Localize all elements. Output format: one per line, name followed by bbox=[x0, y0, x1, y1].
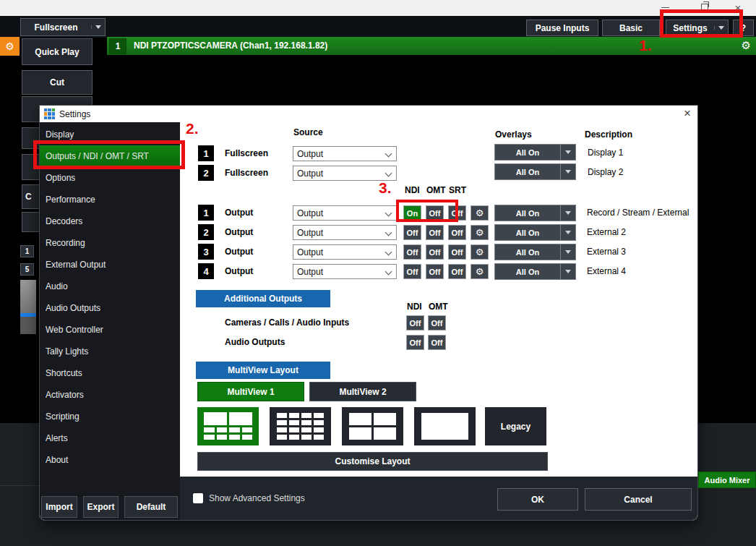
layout-preview-single[interactable] bbox=[414, 407, 476, 445]
settings-button[interactable]: Settings bbox=[666, 20, 729, 36]
restore-icon[interactable] bbox=[694, 0, 716, 14]
overlay-1-button[interactable]: 1 bbox=[20, 245, 34, 257]
additional-omt-header: OMT bbox=[429, 302, 448, 312]
audio-outputs-omt-toggle[interactable]: Off bbox=[428, 335, 446, 350]
nav-item-scripting[interactable]: Scripting bbox=[40, 406, 180, 427]
output-3-srt-toggle[interactable]: Off bbox=[448, 244, 466, 260]
output-4-description: External 4 bbox=[587, 266, 626, 276]
overlay-5-button[interactable]: 5 bbox=[20, 263, 34, 276]
output-3-gear-button[interactable]: ⚙ bbox=[471, 244, 489, 260]
output-4-omt-toggle[interactable]: Off bbox=[426, 264, 444, 279]
customise-layout-button[interactable]: Customise Layout bbox=[197, 452, 548, 471]
output-3-omt-toggle[interactable]: Off bbox=[426, 244, 444, 260]
srt-header: SRT bbox=[449, 185, 466, 195]
additional-ndi-header: NDI bbox=[407, 302, 422, 312]
fullscreen-button[interactable]: Fullscreen bbox=[20, 18, 106, 36]
show-advanced-settings-checkbox[interactable] bbox=[193, 493, 203, 503]
fullscreen-1-source-select[interactable]: Output bbox=[293, 146, 397, 161]
output-1-srt-toggle[interactable]: Off bbox=[448, 205, 466, 221]
input-gear-icon[interactable]: ⚙ bbox=[742, 39, 751, 52]
input-bar[interactable]: 1 NDI PTZOPTICSCAMERA (Chan1, 192.168.1.… bbox=[107, 37, 756, 55]
output-4-source-select[interactable]: Output bbox=[293, 264, 397, 279]
ok-button[interactable]: OK bbox=[497, 488, 578, 511]
nav-item-recording[interactable]: Recording bbox=[40, 232, 180, 254]
nav-item-audio-outputs[interactable]: Audio Outputs bbox=[40, 297, 180, 319]
cancel-button[interactable]: Cancel bbox=[585, 488, 692, 511]
dropdown-arrow-icon[interactable] bbox=[560, 225, 575, 240]
nav-item-decoders[interactable]: Decoders bbox=[40, 210, 180, 232]
nav-item-about[interactable]: About bbox=[40, 449, 180, 471]
import-button[interactable]: Import bbox=[41, 496, 77, 518]
output-1-ndi-toggle[interactable]: On bbox=[403, 205, 421, 221]
output-3-source-select[interactable]: Output bbox=[293, 244, 397, 260]
nav-item-performance[interactable]: Performance bbox=[40, 189, 180, 210]
nav-item-outputs-ndi-omt-srt[interactable]: Outputs / NDI / OMT / SRT bbox=[40, 145, 180, 167]
multiview-2-tab[interactable]: MultiView 2 bbox=[309, 382, 416, 401]
output-1-gear-button[interactable]: ⚙ bbox=[471, 205, 489, 221]
audio-outputs-ndi-toggle[interactable]: Off bbox=[406, 335, 424, 350]
nav-item-alerts[interactable]: Alerts bbox=[40, 427, 180, 449]
output-1-omt-toggle[interactable]: Off bbox=[426, 205, 444, 221]
output-4-ndi-toggle[interactable]: Off bbox=[403, 264, 421, 279]
output-2-overlays-dropdown[interactable]: All On bbox=[494, 224, 576, 241]
settings-button-label[interactable]: Settings bbox=[666, 23, 714, 33]
nav-item-activators[interactable]: Activators bbox=[40, 384, 180, 406]
fullscreen-2-source-select[interactable]: Output bbox=[293, 166, 397, 181]
output-3-overlays-dropdown[interactable]: All On bbox=[494, 244, 576, 260]
audio-mixer-button[interactable]: Audio Mixer bbox=[698, 472, 756, 488]
basic-button[interactable]: Basic bbox=[602, 20, 660, 36]
audio-fader[interactable] bbox=[20, 280, 36, 334]
ndi-header: NDI bbox=[405, 185, 420, 195]
output-4-srt-toggle[interactable]: Off bbox=[448, 264, 466, 279]
pause-inputs-button[interactable]: Pause Inputs bbox=[526, 20, 598, 36]
dropdown-arrow-icon[interactable] bbox=[560, 205, 575, 221]
panel-divider bbox=[0, 485, 39, 486]
nav-item-shortcuts[interactable]: Shortcuts bbox=[40, 362, 180, 384]
quick-play-button[interactable]: Quick Play bbox=[22, 38, 93, 65]
output-2-ndi-toggle[interactable]: Off bbox=[403, 225, 421, 240]
minimize-icon[interactable] bbox=[654, 0, 676, 14]
dropdown-arrow-icon[interactable] bbox=[560, 264, 575, 279]
output-2-srt-toggle[interactable]: Off bbox=[448, 225, 466, 240]
output-2-omt-toggle[interactable]: Off bbox=[426, 225, 444, 240]
nav-item-external-output[interactable]: External Output bbox=[40, 254, 180, 276]
nav-item-options[interactable]: Options bbox=[40, 167, 180, 189]
cameras-omt-toggle[interactable]: Off bbox=[428, 315, 446, 330]
nav-item-audio[interactable]: Audio bbox=[40, 276, 180, 297]
nav-item-web-controller[interactable]: Web Controller bbox=[40, 319, 180, 341]
output-2-gear-button[interactable]: ⚙ bbox=[471, 225, 489, 240]
cameras-ndi-toggle[interactable]: Off bbox=[406, 315, 424, 330]
fullscreen-dropdown-arrow[interactable] bbox=[91, 25, 105, 29]
nav-item-display[interactable]: Display bbox=[40, 124, 180, 145]
nav-item-tally-lights[interactable]: Tally Lights bbox=[40, 341, 180, 362]
fullscreen-2-overlays-dropdown[interactable]: All On bbox=[494, 163, 576, 180]
dropdown-arrow-icon[interactable] bbox=[560, 244, 575, 260]
output-1-overlays-dropdown[interactable]: All On bbox=[494, 205, 576, 221]
layout-preview-2-plus-8[interactable] bbox=[197, 407, 259, 445]
layout-preview-grid-4[interactable] bbox=[342, 407, 403, 445]
dialog-close-icon[interactable]: × bbox=[679, 106, 696, 121]
output-3-ndi-toggle[interactable]: Off bbox=[403, 244, 421, 260]
default-button[interactable]: Default bbox=[124, 496, 178, 518]
fullscreen-1-description: Display 1 bbox=[588, 148, 623, 158]
fullscreen-1-overlays-dropdown[interactable]: All On bbox=[494, 144, 576, 161]
quick-settings-gear-button[interactable]: ⚙ bbox=[0, 37, 20, 56]
layout-preview-grid-16[interactable] bbox=[270, 407, 331, 445]
output-4-overlays-dropdown[interactable]: All On bbox=[494, 263, 576, 280]
dropdown-arrow-icon[interactable] bbox=[560, 145, 575, 160]
cut-button[interactable]: Cut bbox=[22, 70, 93, 95]
close-icon[interactable]: × bbox=[727, 0, 749, 14]
output-1-source-select[interactable]: Output bbox=[293, 205, 397, 221]
omt-header: OMT bbox=[426, 185, 446, 195]
multiview-layout-button[interactable]: MultiView Layout bbox=[196, 362, 330, 379]
output-2-source-select[interactable]: Output bbox=[293, 225, 397, 240]
layout-preview-legacy[interactable]: Legacy bbox=[485, 407, 546, 445]
additional-outputs-button[interactable]: Additional Outputs bbox=[196, 290, 330, 307]
fullscreen-button-label[interactable]: Fullscreen bbox=[21, 22, 91, 33]
help-button[interactable]: ? bbox=[733, 20, 754, 36]
export-button[interactable]: Export bbox=[83, 496, 119, 518]
dropdown-arrow-icon[interactable] bbox=[560, 164, 575, 179]
settings-dropdown-arrow[interactable] bbox=[714, 26, 728, 30]
output-4-gear-button[interactable]: ⚙ bbox=[471, 264, 489, 279]
multiview-1-tab[interactable]: MultiView 1 bbox=[197, 382, 304, 401]
